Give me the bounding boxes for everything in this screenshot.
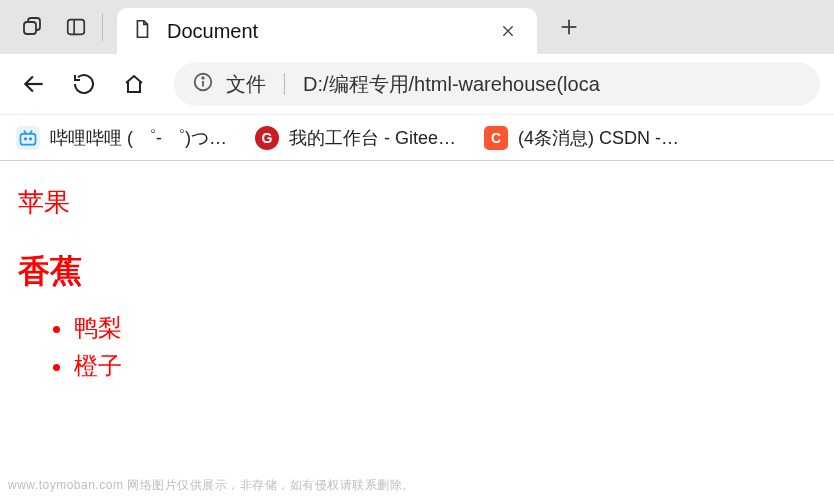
- document-icon: [131, 18, 153, 44]
- address-bar[interactable]: 文件 D:/编程专用/html-warehouse(loca: [174, 62, 820, 106]
- separator: [284, 73, 285, 95]
- watermark-text: www.toymoban.com 网络图片仅供展示，非存储，如有侵权请联系删除。: [8, 477, 415, 494]
- separator: [102, 13, 103, 41]
- info-icon[interactable]: [192, 71, 214, 98]
- list-item: 鸭梨: [74, 312, 816, 344]
- back-button[interactable]: [14, 64, 54, 104]
- gitee-icon: G: [255, 126, 279, 150]
- bookmark-label: 哔哩哔哩 ( ゜- ゜)つ…: [50, 126, 227, 150]
- close-icon[interactable]: [493, 16, 523, 46]
- text-apple: 苹果: [18, 185, 816, 220]
- tab-actions-icon[interactable]: [10, 5, 54, 49]
- home-button[interactable]: [114, 64, 154, 104]
- bookmark-csdn[interactable]: C (4条消息) CSDN -…: [484, 126, 679, 150]
- bilibili-icon: [16, 126, 40, 150]
- bookmarks-bar: 哔哩哔哩 ( ゜- ゜)つ… G 我的工作台 - Gitee… C (4条消息)…: [0, 114, 834, 160]
- panel-icon[interactable]: [54, 5, 98, 49]
- svg-rect-1: [68, 20, 85, 35]
- page-content: 苹果 香蕉 鸭梨 橙子: [0, 161, 834, 404]
- tab-title: Document: [167, 20, 479, 43]
- svg-point-15: [30, 138, 32, 140]
- svg-rect-0: [24, 22, 36, 34]
- active-tab[interactable]: Document: [117, 8, 537, 54]
- heading-banana: 香蕉: [18, 250, 816, 294]
- list-item: 橙子: [74, 350, 816, 382]
- svg-rect-11: [21, 133, 36, 144]
- bookmark-label: (4条消息) CSDN -…: [518, 126, 679, 150]
- svg-point-14: [25, 138, 27, 140]
- new-tab-button[interactable]: [547, 5, 591, 49]
- fruit-list: 鸭梨 橙子: [18, 312, 816, 382]
- tab-strip: Document: [0, 0, 834, 54]
- csdn-icon: C: [484, 126, 508, 150]
- bookmark-label: 我的工作台 - Gitee…: [289, 126, 456, 150]
- url-text: D:/编程专用/html-warehouse(loca: [303, 71, 600, 98]
- url-scheme-label: 文件: [226, 71, 266, 98]
- reload-button[interactable]: [64, 64, 104, 104]
- browser-chrome: Document: [0, 0, 834, 161]
- bookmark-bilibili[interactable]: 哔哩哔哩 ( ゜- ゜)つ…: [16, 126, 227, 150]
- svg-point-10: [202, 77, 203, 78]
- bookmark-gitee[interactable]: G 我的工作台 - Gitee…: [255, 126, 456, 150]
- toolbar: 文件 D:/编程专用/html-warehouse(loca: [0, 54, 834, 114]
